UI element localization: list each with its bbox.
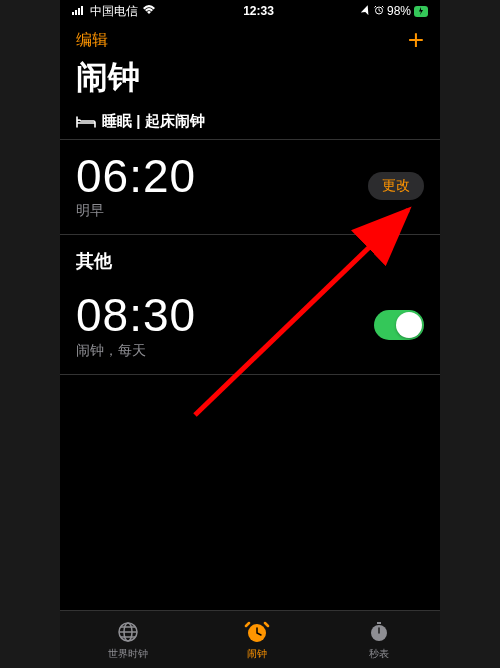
status-right: 98%	[361, 4, 428, 18]
sleep-header-label: 睡眠 | 起床闹钟	[102, 112, 205, 131]
other-section-header: 其他	[60, 235, 440, 279]
sleep-alarm-content: 06:20 明早	[76, 152, 368, 220]
alarm-toggle[interactable]	[374, 310, 424, 340]
sleep-alarm-subtitle: 明早	[76, 202, 368, 220]
svg-rect-9	[377, 622, 381, 624]
globe-icon	[115, 619, 141, 645]
stopwatch-icon	[366, 619, 392, 645]
bed-icon	[76, 115, 96, 129]
toggle-knob	[396, 312, 422, 338]
other-alarm-content: 08:30 闹钟，每天	[76, 291, 374, 359]
edit-button[interactable]: 编辑	[76, 30, 108, 51]
sleep-section-header: 睡眠 | 起床闹钟	[60, 108, 440, 140]
other-alarm-subtitle: 闹钟，每天	[76, 342, 374, 360]
status-left: 中国电信	[72, 3, 156, 20]
alarm-status-icon	[374, 4, 384, 18]
tab-alarm[interactable]: 闹钟	[244, 619, 270, 661]
status-time: 12:33	[243, 4, 274, 18]
signal-icon	[72, 4, 86, 18]
tab-worldclock-label: 世界时钟	[108, 647, 148, 661]
sleep-alarm-row: 06:20 明早 更改	[60, 140, 440, 235]
add-button[interactable]: +	[408, 26, 424, 54]
other-alarm-time: 08:30	[76, 291, 374, 339]
other-alarm-row: 08:30 闹钟，每天	[60, 279, 440, 374]
wifi-icon	[142, 4, 156, 18]
tab-worldclock[interactable]: 世界时钟	[108, 619, 148, 661]
alarm-clock-icon	[244, 619, 270, 645]
battery-label: 98%	[387, 4, 411, 18]
battery-icon	[414, 6, 428, 17]
page-title: 闹钟	[60, 54, 440, 108]
carrier-label: 中国电信	[90, 3, 138, 20]
tab-stopwatch-label: 秒表	[369, 647, 389, 661]
svg-rect-1	[75, 10, 77, 15]
phone-screen: 中国电信 12:33 98% 编辑 + 闹钟 睡眠 | 起床闹钟	[60, 0, 440, 668]
svg-rect-2	[78, 8, 80, 15]
change-button[interactable]: 更改	[368, 172, 424, 200]
location-icon	[361, 4, 371, 18]
svg-rect-3	[81, 6, 83, 15]
tab-alarm-label: 闹钟	[247, 647, 267, 661]
tab-stopwatch[interactable]: 秒表	[366, 619, 392, 661]
tab-bar: 世界时钟 闹钟 秒表	[60, 610, 440, 668]
svg-rect-0	[72, 12, 74, 15]
sleep-alarm-time: 06:20	[76, 152, 368, 200]
status-bar: 中国电信 12:33 98%	[60, 0, 440, 22]
nav-bar: 编辑 +	[60, 22, 440, 54]
